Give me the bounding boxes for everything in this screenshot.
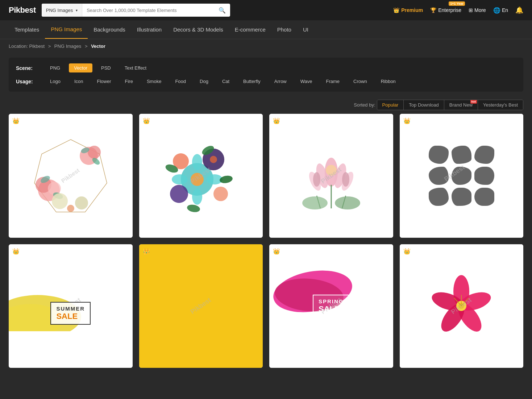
inkblot (429, 167, 449, 185)
breadcrumb-sep1: > (48, 43, 51, 49)
filter-dog[interactable]: Dog (195, 77, 213, 86)
filter-icon[interactable]: Icon (69, 77, 88, 86)
card-image: Pikbest (400, 244, 524, 368)
svg-point-20 (210, 156, 217, 163)
nav-item-ecommerce[interactable]: E-commerce (229, 20, 271, 39)
filter-logo[interactable]: Logo (45, 77, 66, 86)
premium-crown-icon: 👑 (12, 248, 20, 255)
card-image: Pikbest (269, 114, 393, 238)
premium-crown-icon: 👑 (143, 248, 150, 255)
card-inkblots[interactable]: 👑 Pikbest (400, 114, 524, 238)
language-button[interactable]: 🌐 En (493, 7, 508, 14)
svg-point-40 (342, 172, 349, 187)
filter-wave[interactable]: Wave (295, 77, 317, 86)
filter-smoke[interactable]: Smoke (142, 77, 166, 86)
filter-psd[interactable]: PSD (96, 63, 116, 72)
svg-point-38 (335, 196, 360, 209)
usage-filter-row: Usage: Logo Icon Flower Fire Smoke Food … (16, 77, 516, 86)
spring-line2: SALE (319, 304, 344, 314)
filter-crown[interactable]: Crown (348, 77, 372, 86)
breadcrumb-png-images[interactable]: PNG Images (54, 43, 81, 49)
inkblot (429, 188, 449, 206)
sort-popular[interactable]: Popular (377, 100, 404, 110)
filter-frame[interactable]: Frame (321, 77, 345, 86)
search-bar: PNG Images ▾ 🔍 (42, 4, 230, 17)
enterprise-badge: 1+1 Year (449, 1, 465, 6)
card-image: Pikbest (139, 114, 263, 238)
enterprise-icon: 🏆 (430, 7, 436, 13)
search-input[interactable] (82, 4, 214, 17)
inkblot (474, 188, 494, 206)
breadcrumb: Location: Pikbest > PNG Images > Vector (0, 39, 532, 53)
premium-button[interactable]: 👑 Premium (393, 7, 423, 13)
card-lotus[interactable]: 👑 Pikbest (269, 114, 393, 238)
image-grid: 👑 Pikbest (0, 114, 532, 377)
search-type-label: PNG Images (46, 8, 73, 13)
inkblot (474, 167, 494, 185)
search-button[interactable]: 🔍 (214, 7, 230, 14)
filter-png[interactable]: PNG (45, 63, 65, 72)
svg-point-14 (191, 173, 204, 186)
logo[interactable]: Pikbest (9, 5, 36, 15)
filter-food[interactable]: Food (170, 77, 191, 86)
svg-point-15 (192, 154, 202, 170)
nav-item-decors-3d[interactable]: Decors & 3D Models (167, 20, 229, 39)
sort-brand-new[interactable]: Brand New hot (444, 100, 478, 110)
svg-point-21 (170, 185, 188, 203)
nav-item-ui[interactable]: UI (297, 20, 314, 39)
notification-button[interactable]: 🔔 (515, 6, 523, 14)
card-image: SPRING SALE Pikbest (269, 244, 393, 368)
filter-ribbon[interactable]: Ribbon (376, 77, 401, 86)
svg-point-39 (313, 172, 320, 187)
card-image: Pikbest (139, 244, 263, 368)
card-hibiscus[interactable]: 👑 Pikbest (400, 244, 524, 368)
card-colorful-flowers[interactable]: 👑 (139, 114, 263, 238)
grid-icon: ⊞ (469, 7, 473, 13)
svg-point-27 (187, 204, 201, 213)
premium-crown-icon: 👑 (143, 117, 150, 124)
filter-arrow[interactable]: Arrow (269, 77, 292, 86)
nav-item-templates[interactable]: Templates (9, 20, 45, 39)
lang-label: En (502, 7, 508, 13)
card-spring-sale[interactable]: 👑 SPRING SALE Pikbest (269, 244, 393, 368)
breadcrumb-current: Vector (91, 43, 105, 49)
filter-cat[interactable]: Cat (217, 77, 234, 86)
svg-point-23 (213, 187, 228, 201)
main-nav: Templates PNG Images Backgrounds Illustr… (0, 20, 532, 39)
card-floral-wreath[interactable]: 👑 Pikbest (9, 114, 133, 238)
more-button[interactable]: ⊞ More (469, 7, 486, 13)
nav-item-illustration[interactable]: Illustration (131, 20, 167, 39)
filter-section: Scene: PNG Vector PSD Text Effect Usage:… (9, 58, 523, 92)
card-yellow-bg[interactable]: 👑 Pikbest (139, 244, 263, 368)
breadcrumb-sep2: > (85, 43, 88, 49)
inkblot (429, 146, 449, 164)
filter-text-effect[interactable]: Text Effect (120, 63, 151, 72)
filter-flower[interactable]: Flower (92, 77, 116, 86)
premium-crown-icon: 👑 (273, 117, 280, 124)
search-type-dropdown[interactable]: PNG Images ▾ (42, 4, 82, 17)
svg-point-5 (88, 146, 101, 159)
nav-item-backgrounds[interactable]: Backgrounds (88, 20, 131, 39)
header-right: 👑 Premium 🏆 Enterprise 1+1 Year ⊞ More 🌐… (393, 6, 523, 14)
svg-point-12 (67, 205, 74, 212)
premium-crown-icon: 👑 (12, 117, 20, 124)
breadcrumb-pikbest[interactable]: Pikbest (29, 43, 45, 49)
filter-vector[interactable]: Vector (69, 63, 92, 72)
inkblot (474, 146, 494, 164)
nav-item-png-images[interactable]: PNG Images (45, 20, 88, 39)
premium-crown-icon: 👑 (403, 248, 411, 255)
nav-item-photo[interactable]: Photo (271, 20, 297, 39)
sort-bar: Sorted by: Popular Top Download Brand Ne… (0, 96, 532, 114)
card-summer-sale[interactable]: 👑 SUMMER SALE Pikbest (9, 244, 133, 368)
enterprise-button[interactable]: 🏆 Enterprise 1+1 Year (430, 7, 461, 13)
filter-fire[interactable]: Fire (120, 77, 138, 86)
premium-label: Premium (401, 7, 423, 13)
premium-crown-icon: 👑 (273, 248, 280, 255)
card-image: Pikbest (9, 114, 133, 238)
sort-top-download[interactable]: Top Download (404, 100, 444, 110)
sort-yesterdays-best[interactable]: Yesterday's Best (478, 100, 523, 110)
filter-butterfly[interactable]: Butterfly (238, 77, 266, 86)
inkblot (452, 167, 471, 185)
summer-line2: SALE (56, 312, 85, 321)
crown-icon: 👑 (393, 7, 399, 13)
